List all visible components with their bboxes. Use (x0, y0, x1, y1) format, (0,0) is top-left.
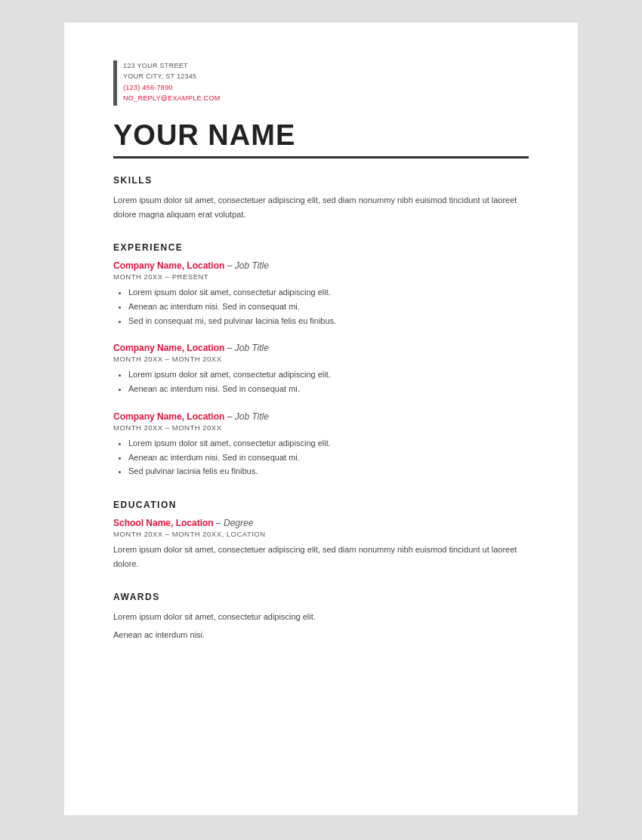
awards-section: AWARDS Lorem ipsum dolor sit amet, conse… (113, 592, 529, 643)
experience-entry-1-dash: – (224, 260, 234, 271)
experience-entry-3-dash: – (224, 411, 234, 422)
education-entry-1-text: Lorem ipsum dolor sit amet, consectetuer… (113, 543, 529, 571)
resume-page: 123 YOUR STREET YOUR CITY, ST 12345 (123… (64, 23, 578, 815)
experience-entry-2-dates: MONTH 20XX – MONTH 20XX (113, 355, 529, 363)
name-block: YOUR NAME (113, 119, 529, 158)
experience-entry-1-company: Company Name, Location (113, 260, 224, 271)
experience-entry-2-dash: – (224, 343, 234, 353)
awards-title: AWARDS (113, 592, 529, 602)
list-item: Lorem ipsum dolor sit amet, consectetur … (128, 368, 529, 382)
name-divider (113, 156, 529, 158)
education-entry-1-dates: MONTH 20XX – MONTH 20XX, LOCATION (113, 530, 529, 538)
experience-entry-1: Company Name, Location – Job Title MONTH… (113, 260, 529, 328)
experience-title: EXPERIENCE (113, 242, 529, 253)
list-item: Sed pulvinar lacinia felis eu finibus. (128, 464, 529, 478)
list-item: Aenean ac interdum nisi. Sed in consequa… (128, 300, 529, 314)
contact-email: NO_REPLY@EXAMPLE.COM (123, 93, 221, 103)
contact-section: 123 YOUR STREET YOUR CITY, ST 12345 (123… (113, 60, 529, 106)
awards-text: Lorem ipsum dolor sit amet, consectetur … (113, 610, 529, 643)
contact-bar (113, 60, 117, 106)
experience-entry-1-dates: MONTH 20XX – PRESENT (113, 272, 529, 281)
contact-details: 123 YOUR STREET YOUR CITY, ST 12345 (123… (123, 60, 221, 104)
experience-entry-1-bullets: Lorem ipsum dolor sit amet, consectetur … (113, 285, 529, 328)
experience-entry-2-company: Company Name, Location (113, 343, 224, 353)
experience-entry-2: Company Name, Location – Job Title MONTH… (113, 343, 529, 395)
experience-entry-3: Company Name, Location – Job Title MONTH… (113, 411, 529, 478)
experience-entry-3-company: Company Name, Location (113, 411, 224, 422)
experience-entry-2-header: Company Name, Location – Job Title (113, 343, 529, 353)
list-item: Aenean ac interdum nisi. Sed in consequa… (128, 382, 529, 396)
list-item: Lorem ipsum dolor sit amet, consectetur … (128, 436, 529, 451)
education-entry-1-header: School Name, Location – Degree (113, 518, 529, 528)
education-section: EDUCATION School Name, Location – Degree… (113, 500, 529, 571)
awards-line-2: Aenean ac interdum nisi. (113, 628, 529, 643)
skills-title: SKILLS (113, 175, 529, 186)
contact-street: 123 YOUR STREET (123, 60, 221, 71)
experience-entry-2-jobtitle: Job Title (235, 343, 269, 353)
experience-entry-1-jobtitle: Job Title (235, 260, 269, 271)
experience-entry-2-bullets: Lorem ipsum dolor sit amet, consectetur … (113, 368, 529, 395)
education-title: EDUCATION (113, 500, 529, 510)
education-entry-1-dash: – (214, 518, 224, 528)
awards-line-1: Lorem ipsum dolor sit amet, consectetur … (113, 610, 529, 625)
contact-phone: (123) 456-7890 (123, 82, 221, 93)
education-entry-1: School Name, Location – Degree MONTH 20X… (113, 518, 529, 571)
skills-section: SKILLS Lorem ipsum dolor sit amet, conse… (113, 175, 529, 221)
list-item: Aenean ac interdum nisi. Sed in consequa… (128, 451, 529, 465)
experience-entry-3-dates: MONTH 20XX – MONTH 20XX (113, 423, 529, 432)
resume-name: YOUR NAME (113, 119, 529, 152)
education-entry-1-degree: Degree (224, 518, 253, 528)
experience-entry-1-header: Company Name, Location – Job Title (113, 260, 529, 271)
list-item: Sed in consequat mi, sed pulvinar lacini… (128, 314, 529, 328)
skills-text: Lorem ipsum dolor sit amet, consectetuer… (113, 193, 529, 221)
experience-entry-3-header: Company Name, Location – Job Title (113, 411, 529, 422)
experience-entry-3-jobtitle: Job Title (235, 411, 269, 422)
experience-entry-3-bullets: Lorem ipsum dolor sit amet, consectetur … (113, 436, 529, 478)
list-item: Lorem ipsum dolor sit amet, consectetur … (128, 285, 529, 300)
contact-city: YOUR CITY, ST 12345 (123, 71, 221, 82)
experience-section: EXPERIENCE Company Name, Location – Job … (113, 242, 529, 478)
education-entry-1-company: School Name, Location (113, 518, 214, 528)
